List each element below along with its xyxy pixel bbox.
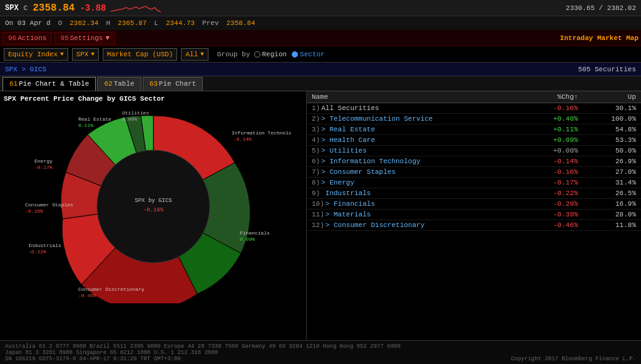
pie-chart-svg: SPX by GICS -0.16% Information Technolog… bbox=[16, 109, 291, 303]
ticker-c-label: C bbox=[24, 4, 28, 12]
breadcrumb-bar: SPX > GICS 505 Securities bbox=[0, 63, 641, 76]
all-label: All bbox=[185, 51, 198, 58]
row-name-cell[interactable]: 10)> Financials bbox=[307, 199, 525, 210]
label-financials-val: 0.09% bbox=[240, 236, 255, 242]
footer-copyright: Copyright 2017 Bloomberg Finance L.P. bbox=[511, 356, 636, 362]
label-utilities-val: 0.00% bbox=[122, 116, 137, 122]
group-by-label: Group by bbox=[217, 51, 250, 58]
row-chg: -0.14% bbox=[525, 156, 583, 167]
spx-arrow-icon: ▼ bbox=[91, 51, 94, 58]
table-row: 2)> Telecommunication Service+0.40%100.0… bbox=[307, 114, 641, 124]
row-num: 6) bbox=[312, 158, 320, 165]
tab2-label: Table bbox=[114, 80, 135, 88]
settings-num: 95 bbox=[60, 34, 68, 42]
row-chg: +0.09% bbox=[525, 135, 583, 146]
ticker-range: 2330.65 / 2382.02 bbox=[566, 4, 636, 12]
row-chg: -0.39% bbox=[525, 210, 583, 220]
row-chg: -0.22% bbox=[525, 188, 583, 199]
row-up: 54.8% bbox=[583, 124, 641, 135]
settings-button[interactable]: 95 Settings ▼ bbox=[54, 32, 115, 44]
chart-area: SPX Percent Price Change by GICS Sector bbox=[0, 91, 307, 340]
table-row: 9) Industrials-0.22%26.5% bbox=[307, 188, 641, 199]
row-name-cell[interactable]: 4)> Health Care bbox=[307, 135, 525, 146]
tab-pie-chart-table[interactable]: 61 Pie Chart & Table bbox=[3, 77, 96, 91]
col-header-name: Name bbox=[307, 91, 525, 103]
actions-button[interactable]: 96 Actions bbox=[3, 32, 52, 44]
table-area: Name %Chg↑ Up 1)All Securities-0.16%30.1… bbox=[307, 91, 641, 340]
pie-center-val: -0.16% bbox=[143, 207, 163, 213]
row-name-cell[interactable]: 1)All Securities bbox=[307, 103, 525, 114]
tab-table[interactable]: 62 Table bbox=[97, 77, 141, 91]
table-row: 10)> Financials-0.29%16.9% bbox=[307, 199, 641, 210]
row-up: 31.4% bbox=[583, 178, 641, 188]
equity-index-dropdown[interactable]: Equity Index ▼ bbox=[4, 48, 68, 61]
l-label: L bbox=[154, 19, 158, 27]
row-num: 10) bbox=[312, 200, 324, 208]
tab-pie-chart[interactable]: 63 Pie Chart bbox=[143, 77, 203, 91]
row-name-cell[interactable]: 11)> Materials bbox=[307, 210, 525, 220]
label-energy-val: -0.17% bbox=[34, 164, 53, 170]
equity-index-arrow-icon: ▼ bbox=[60, 51, 63, 58]
tab2-num: 62 bbox=[104, 80, 112, 88]
label-constaples-val: -0.16% bbox=[25, 208, 43, 214]
row-chg: +0.11% bbox=[525, 124, 583, 135]
row-name-cell[interactable]: 9) Industrials bbox=[307, 188, 525, 199]
label-industrials: Industrials bbox=[28, 243, 61, 248]
label-constaples: Consumer Staples bbox=[25, 202, 73, 208]
sector-radio-dot[interactable] bbox=[292, 51, 298, 58]
footer: Australia 61 2 9777 8600 Brazil 5511 239… bbox=[0, 340, 641, 364]
region-label: Region bbox=[262, 51, 287, 58]
region-radio[interactable]: Region bbox=[254, 51, 287, 58]
footer-line2: Japan 81 3 3201 8900 Singapore 65 6212 1… bbox=[5, 350, 636, 356]
tabs-bar: 61 Pie Chart & Table 62 Table 63 Pie Cha… bbox=[0, 76, 641, 91]
securities-count: 505 Securities bbox=[578, 66, 636, 73]
row-up: 100.0% bbox=[583, 114, 641, 124]
col-header-up: Up bbox=[583, 91, 641, 103]
group-by-radio-group: Region Sector bbox=[254, 51, 325, 58]
row-num: 3) bbox=[312, 126, 320, 133]
row-name-cell[interactable]: 2)> Telecommunication Service bbox=[307, 114, 525, 124]
table-row: 6)> Information Technology-0.14%26.9% bbox=[307, 156, 641, 167]
row-chg: -0.46% bbox=[525, 220, 583, 231]
row-num: 5) bbox=[312, 147, 320, 154]
spx-dropdown[interactable]: SPX ▼ bbox=[72, 48, 99, 61]
table-row: 8)> Energy-0.17%31.4% bbox=[307, 178, 641, 188]
table-row: 3)> Real Estate+0.11%54.8% bbox=[307, 124, 641, 135]
row-num: 4) bbox=[312, 136, 320, 144]
row-up: 26.9% bbox=[583, 156, 641, 167]
row-name-cell[interactable]: 3)> Real Estate bbox=[307, 124, 525, 135]
market-cap-dropdown[interactable]: Market Cap (USD) bbox=[103, 48, 178, 61]
row-up: 27.0% bbox=[583, 167, 641, 178]
row-name-text: > Materials bbox=[326, 211, 371, 218]
label-consdisc-val: -0.46% bbox=[78, 293, 96, 298]
info-bar: On 03 Apr d O 2362.34 H 2365.87 L 2344.7… bbox=[0, 16, 641, 30]
all-dropdown[interactable]: All ▼ bbox=[181, 48, 208, 61]
pie-center-label: SPX by GICS bbox=[135, 198, 172, 204]
chart-title: SPX Percent Price Change by GICS Sector bbox=[4, 95, 302, 103]
label-realestate: Real Estate bbox=[78, 116, 111, 122]
row-chg: +0.40% bbox=[525, 114, 583, 124]
row-name-cell[interactable]: 6)> Information Technology bbox=[307, 156, 525, 167]
row-up: 26.5% bbox=[583, 188, 641, 199]
ticker-price: 2358.84 bbox=[33, 3, 74, 14]
row-name-text: > Real Estate bbox=[321, 126, 375, 133]
actions-label: Actions bbox=[18, 34, 46, 42]
row-name-cell[interactable]: 12)> Consumer Discretionary bbox=[307, 220, 525, 231]
row-num: 2) bbox=[312, 115, 320, 123]
open-label: O bbox=[58, 19, 63, 27]
label-utilities: Utilities bbox=[122, 110, 149, 116]
prev-label: Prev bbox=[202, 19, 218, 27]
sector-radio[interactable]: Sector bbox=[292, 51, 325, 58]
high-val: 2365.87 bbox=[118, 19, 146, 27]
row-up: 11.8% bbox=[583, 220, 641, 231]
prev-val: 2358.84 bbox=[227, 19, 255, 27]
region-radio-dot[interactable] bbox=[254, 51, 260, 58]
row-name-text: > Energy bbox=[321, 179, 354, 186]
row-name-cell[interactable]: 5)> Utilities bbox=[307, 146, 525, 156]
row-num: 8) bbox=[312, 179, 320, 186]
table-row: 11)> Materials-0.39%28.0% bbox=[307, 210, 641, 220]
label-consdisc: Consumer Discretionary bbox=[78, 286, 145, 292]
row-name-cell[interactable]: 8)> Energy bbox=[307, 178, 525, 188]
row-name-cell[interactable]: 7)> Consumer Staples bbox=[307, 167, 525, 178]
row-up: 28.0% bbox=[583, 210, 641, 220]
